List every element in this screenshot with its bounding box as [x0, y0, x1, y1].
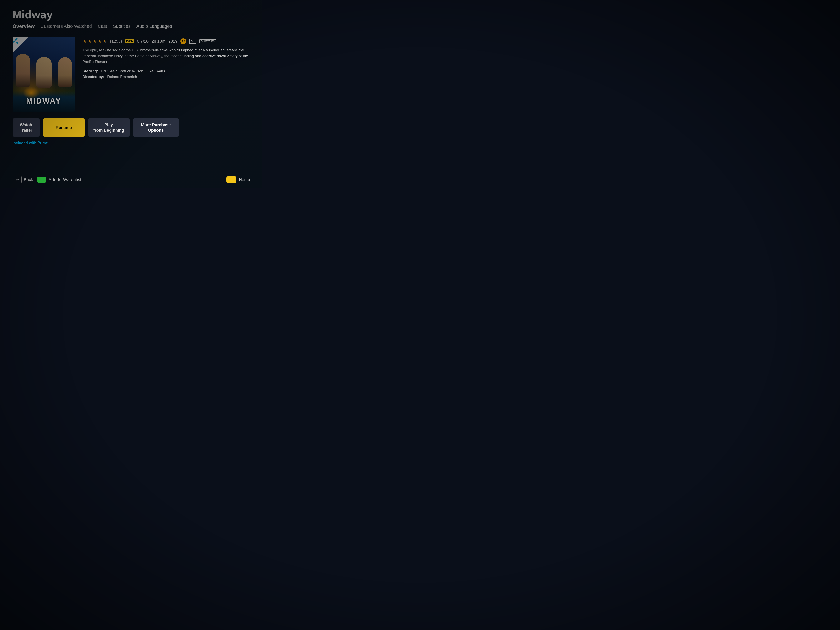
- tab-customers-also-watched[interactable]: Customers Also Watched: [41, 22, 98, 31]
- resume-button[interactable]: Resume: [43, 118, 85, 137]
- poster-title-text: MIDWAY: [13, 97, 75, 106]
- rating-count: (1253): [110, 39, 122, 44]
- play-from-beginning-label: Playfrom Beginning: [93, 122, 124, 133]
- star-1: ★: [82, 38, 87, 44]
- resume-label: Resume: [55, 125, 72, 130]
- movie-info: ★ ★ ★ ★ ★ ★ (1253) IMDb 6.7/10 2h 18m 20…: [82, 37, 250, 112]
- star-4: ★: [98, 38, 102, 44]
- green-button-icon: [37, 177, 46, 183]
- directed-row: Directed by: Roland Emmerich: [82, 75, 250, 79]
- face-center: [36, 57, 52, 88]
- watch-trailer-label: WatchTrailer: [20, 122, 32, 133]
- back-label: Back: [24, 177, 33, 182]
- starring-row: Starring: Ed Skrein, Patrick Wilson, Luk…: [82, 69, 250, 74]
- imdb-score: 6.7/10: [137, 39, 149, 44]
- play-from-beginning-button[interactable]: Playfrom Beginning: [88, 118, 129, 137]
- watchlist-label: Add to Watchlist: [48, 177, 81, 182]
- year: 2019: [168, 39, 178, 44]
- nav-tabs: Overview Customers Also Watched Cast Sub…: [13, 22, 250, 31]
- screen: Midway Overview Customers Also Watched C…: [0, 0, 262, 188]
- star-3: ★: [93, 38, 97, 44]
- movie-title: Midway: [13, 8, 250, 21]
- subtitles-badge: SUBTITLES: [199, 39, 216, 43]
- starring-label: Starring:: [82, 69, 98, 73]
- poster-wrap: MIDWAY prime ▶: [13, 37, 75, 112]
- directed-value: Roland Emmerich: [107, 75, 137, 79]
- watch-trailer-button[interactable]: WatchTrailer: [13, 118, 39, 137]
- content-area: MIDWAY prime ▶ ★ ★ ★ ★ ★: [13, 37, 250, 112]
- rating-row: ★ ★ ★ ★ ★ ★ (1253) IMDb 6.7/10 2h 18m 20…: [82, 38, 250, 44]
- tab-audio-languages[interactable]: Audio Languages: [136, 22, 178, 31]
- home-button-icon[interactable]: [226, 177, 237, 183]
- imdb-badge: IMDb: [125, 39, 134, 43]
- home-label: Home: [239, 177, 250, 182]
- duration: 2h 18m: [152, 39, 166, 44]
- tab-subtitles[interactable]: Subtitles: [113, 22, 136, 31]
- face-left: [16, 54, 30, 87]
- starring-value: Ed Skrein, Patrick Wilson, Luke Evans: [101, 69, 165, 73]
- bottom-bar: ↩ Back Add to Watchlist Home: [13, 176, 250, 183]
- star-2: ★: [87, 38, 92, 44]
- buttons-row: WatchTrailer Resume Playfrom Beginning M…: [13, 118, 250, 137]
- directed-label: Directed by:: [82, 75, 104, 79]
- back-button[interactable]: ↩ Back: [13, 176, 33, 183]
- more-purchase-options-button[interactable]: More PurchaseOptions: [133, 118, 179, 137]
- face-right: [58, 57, 72, 87]
- watchlist-button[interactable]: Add to Watchlist: [37, 177, 81, 183]
- more-purchase-options-label: More PurchaseOptions: [141, 122, 171, 133]
- back-icon: ↩: [13, 176, 22, 183]
- star-rating: ★ ★ ★ ★ ★ ★: [82, 38, 107, 44]
- bottom-left: ↩ Back Add to Watchlist: [13, 176, 82, 183]
- prime-badge-content: prime ▶: [12, 37, 21, 46]
- tab-overview[interactable]: Overview: [13, 22, 41, 31]
- star-5-half-fill: ★: [103, 38, 107, 44]
- description: The epic, real-life saga of the U.S. bro…: [82, 47, 250, 65]
- tab-cast[interactable]: Cast: [98, 22, 113, 31]
- prime-included-text: Included with Prime: [13, 141, 250, 145]
- prime-badge: prime ▶: [13, 37, 29, 53]
- age-rating-badge: 12: [180, 38, 186, 44]
- audio-badge: 5.1: [189, 39, 196, 44]
- bottom-right: Home: [226, 177, 250, 183]
- star-5-half: ★ ★: [103, 38, 107, 44]
